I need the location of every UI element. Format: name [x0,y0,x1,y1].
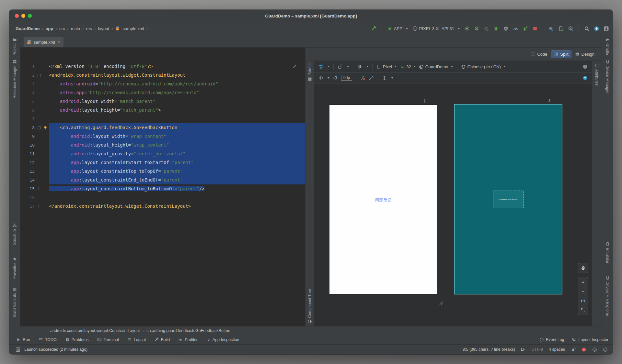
blueprint-preview-device[interactable]: GoFeedbackButton [454,104,562,294]
view-mode-design-button[interactable]: Design [572,50,597,58]
attributes-tab[interactable]: Attributes [592,63,602,86]
code-line-3[interactable]: 3 xmlns:android="http://schemas.android.… [20,80,305,88]
clear-constraints-icon[interactable] [360,75,365,81]
code-line-17[interactable]: 17</androidx.constraintlayout.widget.Con… [20,202,305,211]
stop-icon[interactable] [532,26,538,31]
smile-face-icon[interactable] [592,347,597,352]
debug-icon[interactable] [493,26,499,31]
line-ending[interactable]: LF [521,347,526,352]
line-number[interactable]: 6 [20,106,37,115]
sdk-manager-icon[interactable] [568,26,573,31]
gutter-fold-column[interactable] [37,132,42,141]
gutter-fold-column[interactable] [37,123,42,132]
run-configuration-select[interactable]: APP [387,26,408,31]
autoconnect-icon[interactable] [333,75,338,81]
gutter-fold-column[interactable] [37,106,42,115]
tool-window-button-run[interactable]: Run [16,337,30,342]
line-number[interactable]: 12 [20,158,37,167]
line-number[interactable]: 5 [20,97,37,106]
gutter-fold-column[interactable] [37,141,42,149]
code-line-8[interactable]: 8 <cn.authing.guard.feedback.GoFeedbackB… [20,123,305,132]
gradle-sync-icon[interactable] [548,26,554,31]
tool-window-button-device-manager[interactable]: Device Manager [602,60,613,94]
tool-window-button-event-log[interactable]: Event Log [539,337,564,342]
device-type-select[interactable]: Pixel [376,64,397,69]
pan-button[interactable] [578,263,588,273]
tool-window-button-layout-inspector[interactable]: Layout Inspector [572,337,608,342]
inspections-ok-icon[interactable] [292,64,297,69]
zoom-100-button[interactable]: 1:1 [578,296,588,305]
breadcrumb-item-layout[interactable]: layout [98,26,109,31]
code-line-9[interactable]: 9 android:layout_width="wrap_content" [20,132,305,141]
line-number[interactable]: 11 [20,149,37,158]
tool-window-button-gradle[interactable]: Gradle [602,38,613,55]
apply-changes-icon[interactable]: A [474,26,479,31]
zoom-to-fit-button[interactable] [578,305,588,315]
gutter-fold-column[interactable] [37,115,42,123]
gutter-fold-column[interactable] [37,71,42,80]
line-number[interactable]: 10 [20,141,37,149]
breadcrumb-item-sample-xml[interactable]: sample.xml [123,26,144,31]
close-window-button[interactable] [15,14,19,18]
tool-window-button-terminal[interactable]: Terminal [97,337,119,342]
help-icon[interactable]: ? [582,75,588,81]
gutter-fold-column[interactable] [37,80,42,88]
palette-tab[interactable]: Palette [305,63,314,81]
view-options-icon[interactable] [318,75,323,81]
code-line-11[interactable]: 11 android:layout_gravity="center_horizo… [20,149,305,158]
zoom-in-button[interactable]: + [578,277,588,287]
search-icon[interactable] [584,26,590,31]
night-mode-icon[interactable] [357,64,362,69]
fold-marker-icon[interactable] [38,126,41,129]
update-icon[interactable] [594,26,599,31]
blueprint-feedback-button[interactable]: GoFeedbackButton [493,191,524,208]
code-line-12[interactable]: 12 app:layout_constraintStart_toStartOf=… [20,158,305,167]
line-number[interactable]: 2 [20,71,37,80]
code-line-7[interactable]: 7 [20,115,305,123]
theme-select[interactable]: GuardDemo [419,64,453,69]
design-surface[interactable]: 问题反馈 GoFeedbackButton [314,83,592,326]
breadcrumb-item-res[interactable]: res [86,26,92,31]
gutter-fold-column[interactable] [37,149,42,158]
maximize-window-button[interactable] [28,14,32,18]
apply-code-changes-icon[interactable] [484,26,489,31]
gutter-fold-column[interactable] [37,88,42,97]
code-line-10[interactable]: 10 android:layout_height="wrap_content" [20,141,305,149]
orientation-icon[interactable] [338,64,343,69]
intention-bulb-icon[interactable] [43,126,48,130]
fold-end-marker-icon[interactable] [39,204,41,207]
tool-window-button-profiler[interactable]: Profiler [178,337,198,342]
fold-end-marker-icon[interactable] [39,186,41,190]
tab-sample-xml[interactable]: <> sample.xml × [24,37,63,47]
line-number[interactable]: 8 [20,123,37,132]
indent-setting[interactable]: 4 spaces [549,347,565,352]
gutter-fold-column[interactable] [37,193,42,202]
tool-window-button-problems[interactable]: Problems [65,337,89,342]
tool-window-button-project[interactable]: Project [9,38,20,55]
view-mode-code-button[interactable]: Code [528,50,550,58]
breadcrumb-item-main[interactable]: main [71,26,80,31]
tool-window-button-build[interactable]: Build [154,337,170,342]
design-surface-icon[interactable] [318,64,323,69]
default-margin-select[interactable]: 0dp [341,75,352,81]
zoom-out-button[interactable]: − [578,287,588,296]
line-number[interactable]: 1 [20,62,37,71]
gutter-fold-column[interactable] [37,184,42,193]
code-line-14[interactable]: 14 app:layout_constraintEnd_toEndOf="par… [20,176,305,184]
design-preview-device[interactable]: 问题反馈 [329,105,437,294]
error-indicator-icon[interactable] [582,347,586,352]
gutter-fold-column[interactable] [37,97,42,106]
file-encoding[interactable]: UTF-8 [532,347,543,352]
code-line-1[interactable]: 1<?xml version="1.0" encoding="utf-8"?> [20,62,305,71]
line-number[interactable]: 15 [20,184,37,193]
infer-constraints-icon[interactable] [369,75,374,81]
code-line-13[interactable]: 13 app:layout_constraintTop_toTopOf="par… [20,167,305,176]
gutter-fold-column[interactable] [37,202,42,211]
code-line-5[interactable]: 5 android:layout_width="match_parent" [20,97,305,106]
rerun-icon[interactable] [464,26,470,31]
breadcrumb-item-app[interactable]: app [46,26,53,31]
line-number[interactable]: 7 [20,115,37,123]
attach-debugger-icon[interactable] [503,26,509,31]
tool-window-button-logcat[interactable]: Logcat [127,337,146,342]
api-level-select[interactable]: 32 [400,64,415,69]
